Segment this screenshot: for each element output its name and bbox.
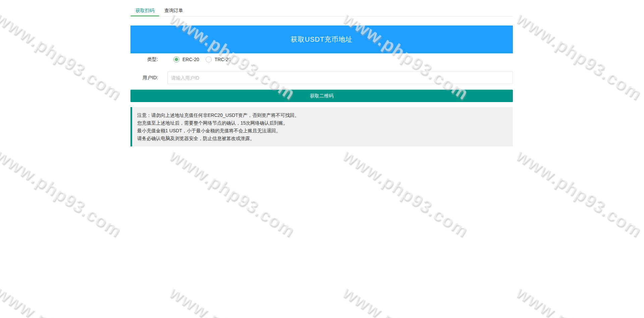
tab-bar: 获取扫码 查询订单 [130,5,513,16]
user-id-input[interactable] [167,72,513,84]
notice-line: 您充值至上述地址后，需要整个网络节点的确认，15次网络确认后到账。 [137,119,508,127]
user-id-label: 用户ID: [130,75,167,81]
banner-title: 获取USDT充币地址 [291,35,353,44]
get-qrcode-button[interactable]: 获取二维码 [130,90,513,102]
notice-box: 注意：请勿向上述地址充值任何非ERC20_USDT资产，否则资产将不可找回。 您… [130,107,513,146]
main-panel: 获取扫码 查询订单 获取USDT充币地址 类型: ERC-20 TRC-20 用… [130,5,513,146]
watermark-text: www.php93.com [166,281,299,318]
watermark-text: www.php93.com [0,7,125,104]
watermark-text: www.php93.com [0,144,125,241]
watermark-text: www.php93.com [513,7,644,104]
tab-query-orders[interactable]: 查询订单 [159,5,188,16]
watermark-text: www.php93.com [339,281,472,318]
radio-erc20-label: ERC-20 [182,57,199,62]
watermark-text: www.php93.com [513,144,644,241]
watermark-text: www.php93.com [513,281,644,318]
type-options: ERC-20 TRC-20 [167,56,513,62]
type-row: 类型: ERC-20 TRC-20 [130,55,513,64]
watermark-text: www.php93.com [339,144,472,241]
user-id-control [167,72,513,84]
watermark-text: www.php93.com [0,281,125,318]
banner: 获取USDT充币地址 [130,26,513,53]
tab-get-qrcode[interactable]: 获取扫码 [130,5,159,16]
radio-erc20[interactable]: ERC-20 [173,56,199,62]
user-id-row: 用户ID: [130,72,513,84]
watermark-text: www.php93.com [166,144,299,241]
notice-line: 最小充值金额1 USDT，小于最小金额的充值将不会上账且无法退回。 [137,127,508,135]
radio-trc20-label: TRC-20 [215,57,231,62]
radio-unchecked-icon [206,56,212,62]
notice-line: 请务必确认电脑及浏览器安全，防止信息被篡改或泄露。 [137,135,508,142]
type-label: 类型: [130,56,167,62]
radio-checked-icon [173,56,179,62]
notice-line: 注意：请勿向上述地址充值任何非ERC20_USDT资产，否则资产将不可找回。 [137,111,508,119]
radio-trc20[interactable]: TRC-20 [206,56,231,62]
